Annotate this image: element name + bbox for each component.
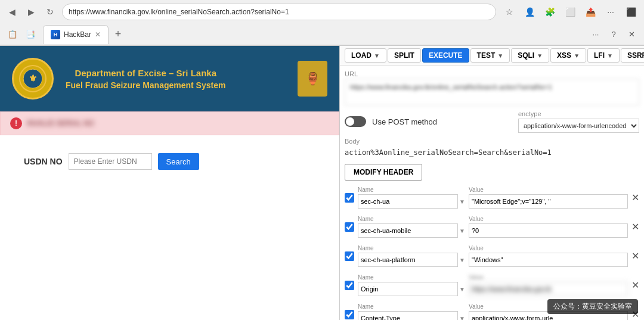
execute-button[interactable]: EXECUTE xyxy=(422,48,469,63)
content-type-checkbox[interactable] xyxy=(345,310,354,319)
split-label: SPLIT xyxy=(394,51,414,60)
toggle-knob xyxy=(346,117,354,126)
post-method-toggle[interactable] xyxy=(345,116,366,127)
url-section: URL https://www.financika.gov.lk/online_… xyxy=(345,70,639,105)
enctype-label: enctype xyxy=(518,110,639,117)
usdn-label: USDN NO xyxy=(24,157,63,166)
xss-dropdown-icon: ▼ xyxy=(574,52,580,59)
sec-ch-ua-mobile-checkbox[interactable] xyxy=(345,222,354,232)
hackbar-tab[interactable]: H HackBar ✕ xyxy=(43,25,109,44)
lfi-button[interactable]: LFI ▼ xyxy=(587,48,620,63)
origin-checkbox[interactable] xyxy=(345,281,354,290)
search-section: USDN NO Search xyxy=(0,135,339,188)
modify-header-button[interactable]: MODIFY HEADER xyxy=(345,164,422,181)
origin-dropdown[interactable]: ▼ xyxy=(459,286,465,293)
help-button[interactable]: ? xyxy=(606,27,621,42)
sec-ch-ua-mobile-name-col: Name ▼ xyxy=(358,216,465,238)
watermark: 公众号：黄豆安全实验室 xyxy=(547,299,638,314)
sec-ch-ua-checkbox[interactable] xyxy=(345,193,354,203)
usdn-input[interactable] xyxy=(69,153,152,170)
lfi-label: LFI xyxy=(594,51,605,60)
share-button[interactable]: 📤 xyxy=(582,4,599,20)
sec-ch-ua-name-col: Name ▼ xyxy=(358,187,465,209)
url-label: URL xyxy=(345,70,639,77)
ssrf-label: SSRF xyxy=(627,51,644,60)
site-logo: ⚜ xyxy=(12,58,54,100)
back-button[interactable]: ◀ xyxy=(5,5,19,19)
hackbar-panel: LOAD ▼ SPLIT EXECUTE TEST ▼ SQLI ▼ XSS ▼ xyxy=(340,46,644,320)
body-value[interactable]: action%3Aonline_serialNoSearch=Search&se… xyxy=(345,146,639,159)
sec-ch-ua-name-input[interactable] xyxy=(358,194,458,209)
sqli-button[interactable]: SQLI ▼ xyxy=(511,48,549,63)
origin-name-label: Name xyxy=(358,274,465,281)
origin-value-label: Value xyxy=(469,274,628,281)
hackbar-menu: LOAD ▼ SPLIT EXECUTE TEST ▼ SQLI ▼ XSS ▼ xyxy=(340,46,644,66)
enctype-select[interactable]: application/x-www-form-urlencoded multip… xyxy=(518,119,639,133)
sec-ch-ua-value-col: Value xyxy=(469,187,628,209)
header-row-origin: Name ▼ Value ✕ xyxy=(345,274,639,300)
sec-ch-ua-platform-delete[interactable]: ✕ xyxy=(631,250,639,262)
tab-icon-2[interactable]: 📑 xyxy=(23,27,38,42)
content-type-name-label: Name xyxy=(358,303,465,310)
search-button[interactable]: Search xyxy=(158,153,199,170)
tab-settings-button[interactable]: ··· xyxy=(588,27,603,42)
site-header-text: Department of Excise – Sri Lanka Fuel Fr… xyxy=(66,68,225,90)
sec-ch-ua-mobile-name-label: Name xyxy=(358,216,465,222)
address-bar[interactable]: https://www.financika.gov.lk/online_seri… xyxy=(62,4,496,20)
sec-ch-ua-mobile-value-col: Value xyxy=(469,216,628,238)
origin-name-col: Name ▼ xyxy=(358,274,465,296)
lfi-dropdown-icon: ▼ xyxy=(607,52,613,59)
site-header: ⚜ Department of Excise – Sri Lanka Fuel … xyxy=(0,46,339,111)
new-tab-button[interactable]: + xyxy=(110,26,126,43)
sec-ch-ua-mobile-delete[interactable]: ✕ xyxy=(631,221,639,232)
address-text: https://www.financika.gov.lk/online_seri… xyxy=(69,8,490,16)
origin-name-input[interactable] xyxy=(358,282,458,296)
sec-ch-ua-platform-name-input[interactable] xyxy=(358,253,458,267)
extensions-button[interactable]: 🧩 xyxy=(541,4,558,20)
bookmark-button[interactable]: ☆ xyxy=(501,4,518,20)
sidebar-button[interactable]: ⬛ xyxy=(623,4,639,20)
sec-ch-ua-platform-name-label: Name xyxy=(358,245,465,251)
content-type-dropdown[interactable]: ▼ xyxy=(459,315,465,321)
post-method-label: Use POST method xyxy=(372,117,437,126)
refresh-button[interactable]: ↻ xyxy=(43,5,57,19)
sec-ch-ua-mobile-dropdown[interactable]: ▼ xyxy=(459,228,465,234)
sec-ch-ua-platform-name-col: Name ▼ xyxy=(358,245,465,267)
sqli-label: SQLI xyxy=(518,51,534,60)
header-row-sec-ch-ua-platform: Name ▼ Value ✕ xyxy=(345,245,639,271)
origin-delete[interactable]: ✕ xyxy=(631,279,639,291)
test-button[interactable]: TEST ▼ xyxy=(470,48,510,63)
origin-value-col: Value xyxy=(469,274,628,296)
sec-ch-ua-mobile-value-input[interactable] xyxy=(469,223,628,238)
content-type-name-input[interactable] xyxy=(358,311,458,320)
sec-ch-ua-platform-dropdown[interactable]: ▼ xyxy=(459,257,465,263)
sec-ch-ua-platform-value-label: Value xyxy=(469,245,628,251)
sec-ch-ua-platform-value-col: Value xyxy=(469,245,628,267)
toolbar-actions: ☆ 👤 🧩 ⬜ 📤 ··· ⬛ xyxy=(501,4,639,20)
sec-ch-ua-name-label: Name xyxy=(358,187,465,193)
site-title-main: Department of Excise – Sri Lanka xyxy=(66,68,225,78)
collections-button[interactable]: ⬜ xyxy=(562,4,578,20)
load-label: LOAD xyxy=(351,51,371,60)
tab-icon-1[interactable]: 📋 xyxy=(5,27,20,42)
sec-ch-ua-value-input[interactable] xyxy=(469,194,628,209)
sec-ch-ua-platform-checkbox[interactable] xyxy=(345,251,354,261)
execute-label: EXECUTE xyxy=(429,51,463,60)
browser-toolbar: ◀ ▶ ↻ https://www.financika.gov.lk/onlin… xyxy=(0,0,644,24)
origin-value-input[interactable] xyxy=(469,282,628,296)
sec-ch-ua-mobile-name-input[interactable] xyxy=(358,223,458,238)
profile-button[interactable]: 👤 xyxy=(521,4,538,20)
hackbar-tab-close[interactable]: ✕ xyxy=(95,30,101,39)
close-window-button[interactable]: ✕ xyxy=(624,27,639,42)
sec-ch-ua-delete[interactable]: ✕ xyxy=(631,192,639,203)
ssrf-button[interactable]: SSRF ▼ xyxy=(621,48,644,63)
more-button[interactable]: ··· xyxy=(602,4,619,20)
url-value[interactable]: https://www.financika.gov.lk/online_seri… xyxy=(345,79,639,105)
load-button[interactable]: LOAD ▼ xyxy=(345,48,386,63)
xss-button[interactable]: XSS ▼ xyxy=(550,48,586,63)
forward-button[interactable]: ▶ xyxy=(24,5,38,19)
split-button[interactable]: SPLIT xyxy=(388,48,421,63)
sec-ch-ua-dropdown[interactable]: ▼ xyxy=(459,198,465,205)
sec-ch-ua-platform-value-input[interactable] xyxy=(469,253,628,267)
test-dropdown-icon: ▼ xyxy=(497,52,503,59)
